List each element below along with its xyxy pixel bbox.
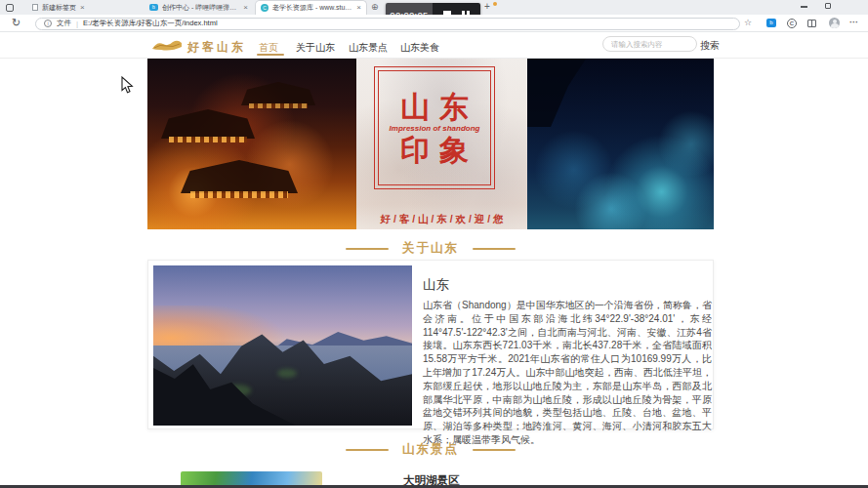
active-nav-underline <box>257 54 284 56</box>
restore-window-button[interactable] <box>825 3 831 9</box>
section-title-about: 关于山东 <box>402 240 459 257</box>
bilibili-favicon-icon: b <box>149 4 158 11</box>
bilibili-extension-icon[interactable]: b <box>766 19 776 27</box>
profile-avatar[interactable] <box>829 18 840 28</box>
split-screen-icon[interactable] <box>807 20 816 27</box>
nav-shandong-food[interactable]: 山东美食 <box>400 41 439 55</box>
heading-line <box>473 449 516 451</box>
close-icon[interactable]: × <box>356 4 361 12</box>
minimize-button[interactable] <box>801 6 807 8</box>
browser-tab-bilibili[interactable]: b 创作中心 - 哔哩哔哩弹幕视频网 × <box>145 0 253 15</box>
tab-title: 创作中心 - 哔哩哔哩弹幕视频网 <box>162 3 239 13</box>
search-button[interactable]: 搜索 <box>700 39 720 53</box>
tab-actions-icon[interactable] <box>6 4 14 12</box>
hero-image-night-city <box>527 59 714 229</box>
site-logo-text: 好客山东 <box>187 39 246 56</box>
about-card: 山东 山东省（Shandong）是中国华东地区的一个沿海省份，简称鲁，省会济南。… <box>147 260 714 429</box>
section-title-attractions: 山东景点 <box>402 441 459 458</box>
hero-image-night-architecture <box>147 59 356 229</box>
favorites-star-icon[interactable]: ☆ <box>744 18 752 28</box>
new-tab-button[interactable]: + <box>484 1 490 12</box>
nav-shandong-attractions[interactable]: 山东景点 <box>349 41 388 55</box>
globe-icon[interactable]: ⊕ <box>371 3 379 12</box>
file-scheme-label: 文件 <box>57 19 71 28</box>
attractions-section-heading: 山东景点 <box>147 441 714 458</box>
extension-c-icon[interactable]: C <box>787 19 797 28</box>
reload-icon[interactable]: ↻ <box>12 17 21 29</box>
mount-tai-photo <box>153 265 412 426</box>
site-favicon-icon: C <box>261 4 269 12</box>
nav-about-shandong[interactable]: 关于山东 <box>296 41 335 55</box>
close-icon[interactable]: × <box>243 4 248 12</box>
page-favicon-icon <box>32 4 38 11</box>
notification-dot <box>493 2 497 6</box>
heading-line <box>346 449 389 451</box>
browser-tab-newtab[interactable]: 新建标签页 × <box>27 0 143 15</box>
address-divider: | <box>76 20 78 28</box>
stamp-text-yinxiang: 印象 <box>391 134 478 166</box>
hero-banner: 山东 Impression of shandong 印象 好 / 客 / 山 /… <box>147 59 714 229</box>
settings-menu-icon[interactable]: ··· <box>849 18 858 28</box>
tab-title: 新建标签页 <box>42 3 76 13</box>
info-icon[interactable]: i <box>44 20 52 27</box>
search-input[interactable] <box>602 36 697 52</box>
nav-home[interactable]: 首页 <box>259 41 278 55</box>
close-icon[interactable]: × <box>80 4 85 12</box>
about-card-title: 山东 <box>423 276 449 294</box>
browser-tab-active[interactable]: C 老学长资源库 - www.stuziyuan... × <box>255 0 367 15</box>
heading-line <box>473 248 516 250</box>
address-bar[interactable]: i 文件 | E:/老学长资源库/好客山东一页/index.html <box>35 18 740 30</box>
about-paragraph: 山东省（Shandong）是中国华东地区的一个沿海省份，简称鲁，省会济南。位于中… <box>423 299 712 447</box>
stamp-text-shandong: 山东 <box>391 91 478 123</box>
screen: 新建标签页 × b 创作中心 - 哔哩哔哩弹幕视频网 × C 老学长资源库 - … <box>0 0 868 488</box>
mouse-cursor <box>121 76 134 95</box>
shandong-impression-stamp: 山东 Impression of shandong 印象 <box>374 66 495 189</box>
heading-line <box>346 248 389 250</box>
site-logo-icon <box>151 38 183 52</box>
welcome-slogan: 好 / 客 / 山 / 东 / 欢 / 迎 / 您 <box>356 213 527 226</box>
stamp-text-english: Impression of shandong <box>390 124 480 133</box>
about-section-heading: 关于山东 <box>147 240 714 257</box>
tab-title: 老学长资源库 - www.stuziyuan... <box>272 3 352 13</box>
address-url[interactable]: E:/老学长资源库/好客山东一页/index.html <box>83 19 218 28</box>
stamp-inner-border: 山东 Impression of shandong 印象 <box>378 70 491 185</box>
